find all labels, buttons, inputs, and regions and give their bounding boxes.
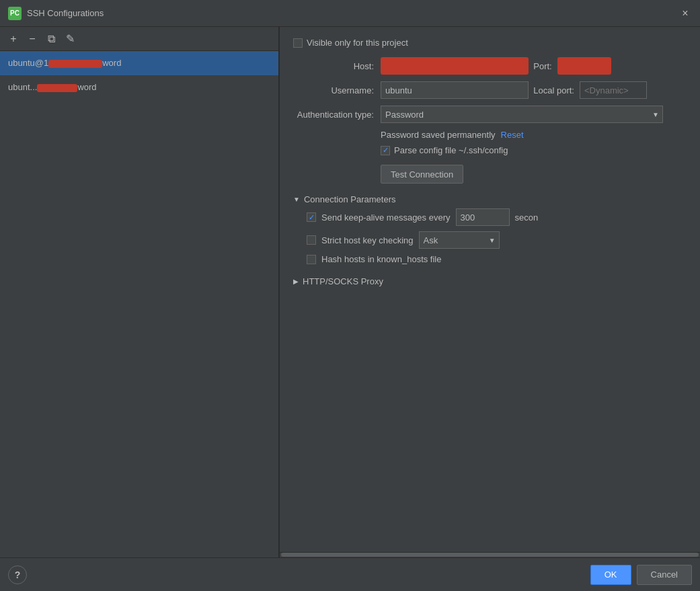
main-layout: + − ⧉ ✎ ubuntu@1word ubunt...word	[0, 27, 700, 557]
close-button[interactable]: ×	[678, 7, 692, 20]
help-button[interactable]: ?	[8, 565, 27, 584]
chevron-down-icon: ▼	[293, 196, 300, 203]
username-input[interactable]	[381, 81, 529, 99]
dialog-title: SSH Configurations	[27, 8, 678, 18]
right-spacer	[293, 290, 687, 438]
username-row: Username: Local port:	[293, 81, 687, 99]
auth-type-row: Authentication type: Password Key pair O…	[293, 106, 687, 123]
parse-config-label[interactable]: Parse config file ~/.ssh/config	[381, 145, 508, 155]
auth-type-select-wrapper: Password Key pair OpenSSH config and aut…	[381, 106, 663, 123]
password-saved-row: Password saved permanently Reset	[381, 130, 687, 140]
left-panel: + − ⧉ ✎ ubuntu@1word ubunt...word	[0, 27, 279, 557]
keep-alive-unit: secon	[515, 212, 539, 223]
username-label: Username:	[293, 85, 381, 95]
edit-button[interactable]: ✎	[62, 31, 78, 47]
add-button[interactable]: +	[5, 31, 22, 47]
keep-alive-input[interactable]	[456, 208, 510, 226]
strict-host-select[interactable]: Ask Yes No	[419, 231, 500, 249]
connection-item[interactable]: ubunt...word	[0, 75, 278, 100]
visible-only-checkbox[interactable]	[293, 38, 303, 48]
list-toolbar: + − ⧉ ✎	[0, 27, 278, 51]
keep-alive-checkbox[interactable]	[307, 212, 316, 222]
auth-type-select[interactable]: Password Key pair OpenSSH config and aut…	[381, 106, 663, 123]
remove-button[interactable]: −	[24, 31, 40, 47]
copy-button[interactable]: ⧉	[43, 31, 59, 47]
ok-button[interactable]: OK	[590, 565, 631, 585]
scrollbar-thumb[interactable]	[281, 553, 699, 557]
hash-hosts-checkbox[interactable]	[307, 255, 316, 264]
parse-config-checkbox[interactable]	[381, 146, 390, 155]
parse-config-row: Parse config file ~/.ssh/config	[381, 145, 687, 155]
hash-hosts-label: Hash hosts in known_hosts file	[321, 254, 441, 264]
local-port-label: Local port:	[533, 85, 574, 95]
strict-host-select-wrapper: Ask Yes No	[419, 231, 500, 249]
visible-only-label[interactable]: Visible only for this project	[293, 38, 408, 48]
title-bar: PC SSH Configurations ×	[0, 0, 700, 27]
scrollbar-area[interactable]	[280, 552, 700, 557]
reset-link[interactable]: Reset	[501, 130, 524, 140]
visible-only-row: Visible only for this project	[293, 38, 687, 48]
strict-host-row: Strict host key checking Ask Yes No	[307, 231, 687, 249]
http-proxy-header[interactable]: ▶ HTTP/SOCKS Proxy	[293, 270, 687, 290]
host-row: Host: Port:	[293, 57, 687, 75]
strict-host-checkbox[interactable]	[307, 235, 316, 245]
test-connection-button[interactable]: Test Connection	[381, 165, 463, 184]
hash-hosts-row: Hash hosts in known_hosts file	[307, 254, 687, 264]
footer: ? OK Cancel	[0, 557, 700, 591]
keep-alive-label: Send keep-alive messages every	[321, 212, 451, 223]
port-label: Port:	[533, 61, 551, 71]
app-icon: PC	[8, 7, 22, 20]
host-label: Host:	[293, 61, 381, 71]
connection-list: ubuntu@1word ubunt...word	[0, 51, 278, 557]
connection-item-label: ubunt...word	[8, 82, 97, 92]
connection-item-label: ubuntu@1word	[8, 58, 121, 68]
local-port-input[interactable]	[580, 81, 647, 99]
connection-params-content: Send keep-alive messages every secon Str…	[293, 208, 687, 264]
password-saved-text: Password saved permanently	[381, 130, 496, 140]
cancel-button[interactable]: Cancel	[637, 565, 692, 585]
right-content: Visible only for this project Host: Port…	[280, 27, 700, 552]
chevron-right-icon: ▶	[293, 278, 299, 285]
connection-item[interactable]: ubuntu@1word	[0, 51, 278, 75]
right-panel: Visible only for this project Host: Port…	[280, 27, 700, 557]
auth-type-label: Authentication type:	[293, 110, 381, 120]
keep-alive-row: Send keep-alive messages every secon	[307, 208, 687, 226]
connection-params-header[interactable]: ▼ Connection Parameters	[293, 188, 687, 208]
strict-host-label: Strict host key checking	[321, 235, 414, 245]
